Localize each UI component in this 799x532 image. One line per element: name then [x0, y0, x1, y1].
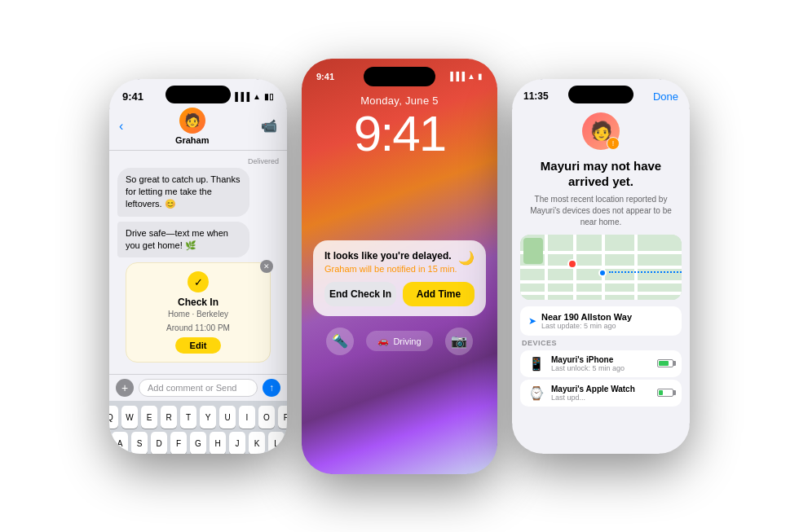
- delivered-label: Delivered: [117, 157, 279, 165]
- lock-screen-time: 9:41: [302, 108, 497, 159]
- keyboard-row-1: Q W E R T Y U I O P: [113, 406, 284, 429]
- checkin-detail-2: Around 11:00 PM: [136, 323, 260, 332]
- map-pin-blue: [598, 269, 607, 277]
- alert-avatar: 🧑 !: [582, 112, 620, 150]
- lock-battery-icon: ▮: [478, 72, 483, 81]
- contact-info: 🧑 Graham: [175, 108, 210, 145]
- map-dotted-path: [609, 271, 682, 273]
- contact-name: Graham: [175, 135, 210, 145]
- key-t[interactable]: T: [180, 406, 196, 429]
- key-s[interactable]: S: [131, 432, 148, 453]
- watch-info: Mayuri's Apple Watch Last upd...: [551, 385, 635, 402]
- keyboard-row-2: A S D F G H J K L: [113, 432, 284, 453]
- key-r[interactable]: R: [161, 406, 177, 429]
- iphone-battery: [657, 359, 673, 367]
- checkin-check-icon: ✓: [188, 271, 209, 292]
- iphone-time: Last unlock: 5 min ago: [551, 364, 625, 372]
- lock-notif-buttons: End Check In Add Time: [324, 282, 475, 306]
- car-icon: 🚗: [377, 336, 389, 346]
- add-time-button[interactable]: Add Time: [403, 282, 475, 306]
- dynamic-island-2: [364, 67, 435, 86]
- back-button[interactable]: ‹: [119, 119, 123, 134]
- message-bubble-2: Drive safe—text me when you get home! 🌿: [117, 222, 249, 258]
- key-h[interactable]: H: [210, 432, 226, 453]
- key-q[interactable]: Q: [109, 406, 118, 429]
- iphone-battery-bar: [657, 359, 673, 367]
- alert-avatar-section: 🧑 !: [512, 106, 690, 158]
- phone-lockscreen: 9:41 ▐▐▐ ▲ ▮ Monday, June 5 9:41 It look…: [302, 59, 497, 474]
- status-icons-1: ▐▐▐ ▲ ▮▯: [232, 92, 274, 101]
- watch-icon: ⌚: [528, 385, 545, 401]
- phone-messages: 9:41 ▐▐▐ ▲ ▮▯ ‹ 🧑 Graham 📹 Delivered So …: [109, 79, 287, 454]
- message-input-bar: + Add comment or Send ↑: [109, 374, 287, 401]
- wifi-icon: ▲: [253, 92, 261, 101]
- signal-icon: ▐▐▐: [232, 92, 249, 101]
- iphone-icon: 📱: [528, 356, 545, 372]
- lock-status-time: 9:41: [316, 72, 334, 81]
- alert-title: Mayuri may not have arrived yet.: [512, 158, 690, 190]
- key-g[interactable]: G: [190, 432, 206, 453]
- key-u[interactable]: U: [219, 406, 236, 429]
- lock-status-icons: ▐▐▐ ▲ ▮: [448, 72, 483, 81]
- message-body: Delivered So great to catch up. Thanks f…: [109, 151, 287, 375]
- key-l[interactable]: L: [268, 432, 285, 453]
- watch-battery-bar: [657, 389, 673, 397]
- alert-description: The most recent location reported by May…: [512, 194, 690, 228]
- map-park: [523, 238, 543, 264]
- lock-wifi-icon: ▲: [467, 72, 475, 81]
- location-name: Near 190 Allston Way: [541, 312, 632, 322]
- lock-notif-subtitle: Graham will be notified in 15 min.: [324, 264, 475, 274]
- key-o[interactable]: O: [258, 406, 275, 429]
- driving-label: Driving: [393, 336, 421, 346]
- lock-signal-icon: ▐▐▐: [448, 72, 465, 81]
- checkin-card[interactable]: ✕ ✓ Check In Home · Berkeley Around 11:0…: [126, 262, 271, 363]
- key-i[interactable]: I: [239, 406, 255, 429]
- checkin-edit-button[interactable]: Edit: [175, 337, 222, 354]
- watch-battery: [657, 389, 673, 397]
- phone-checkin-alert: 11:35 ▐▐▐ ▲ ▮ Done 🧑 ! Mayuri may not ha…: [512, 79, 690, 454]
- end-checkin-button[interactable]: End Check In: [324, 282, 396, 306]
- alert-map: [520, 235, 682, 300]
- alert-status-time: 11:35: [523, 90, 549, 102]
- lock-notif-emoji: 🌙: [458, 250, 475, 266]
- battery-icon: ▮▯: [264, 92, 274, 101]
- key-j[interactable]: J: [229, 432, 245, 453]
- watch-name: Mayuri's Apple Watch: [551, 385, 635, 394]
- location-arrow-icon: ➤: [528, 315, 536, 327]
- alert-badge-icon: !: [607, 137, 620, 150]
- devices-section: DEVICES 📱 Mayuri's iPhone Last unlock: 5…: [512, 339, 690, 407]
- lock-bottom-bar: 🔦 🚗 Driving 📷: [302, 316, 497, 363]
- device-row-iphone: 📱 Mayuri's iPhone Last unlock: 5 min ago: [520, 350, 682, 377]
- key-a[interactable]: A: [112, 432, 128, 453]
- dynamic-island-3: [568, 86, 633, 103]
- key-y[interactable]: Y: [200, 406, 216, 429]
- checkin-title: Check In: [136, 297, 260, 308]
- key-p[interactable]: P: [278, 406, 287, 429]
- message-input[interactable]: Add comment or Send: [139, 379, 258, 397]
- map-background: [520, 235, 682, 300]
- lock-notification-card: It looks like you're delayed. Graham wil…: [313, 240, 486, 316]
- message-bubble-1: So great to catch up. Thanks for letting…: [117, 168, 249, 217]
- add-attachment-button[interactable]: +: [116, 379, 134, 397]
- checkin-detail-1: Home · Berkeley: [136, 310, 260, 319]
- key-k[interactable]: K: [249, 432, 265, 453]
- keyboard: Q W E R T Y U I O P A S D F G H J K L: [109, 401, 287, 453]
- device-row-watch: ⌚ Mayuri's Apple Watch Last upd...: [520, 380, 682, 407]
- status-time-1: 9:41: [122, 90, 143, 103]
- done-button[interactable]: Done: [653, 90, 678, 103]
- key-f[interactable]: F: [170, 432, 187, 453]
- location-text: Near 190 Allston Way Last update: 5 min …: [541, 312, 632, 330]
- location-update-time: Last update: 5 min ago: [541, 322, 632, 330]
- map-pin-red: [567, 259, 577, 269]
- flashlight-button[interactable]: 🔦: [326, 328, 354, 355]
- driving-mode-button[interactable]: 🚗 Driving: [366, 331, 432, 351]
- camera-button[interactable]: 📷: [445, 328, 473, 355]
- video-button[interactable]: 📹: [261, 118, 277, 134]
- dynamic-island-1: [166, 86, 231, 103]
- key-w[interactable]: W: [121, 406, 138, 429]
- send-button[interactable]: ↑: [263, 379, 280, 397]
- watch-time: Last upd...: [551, 394, 635, 402]
- key-e[interactable]: E: [141, 406, 157, 429]
- checkin-close-button[interactable]: ✕: [260, 260, 273, 273]
- key-d[interactable]: D: [151, 432, 167, 453]
